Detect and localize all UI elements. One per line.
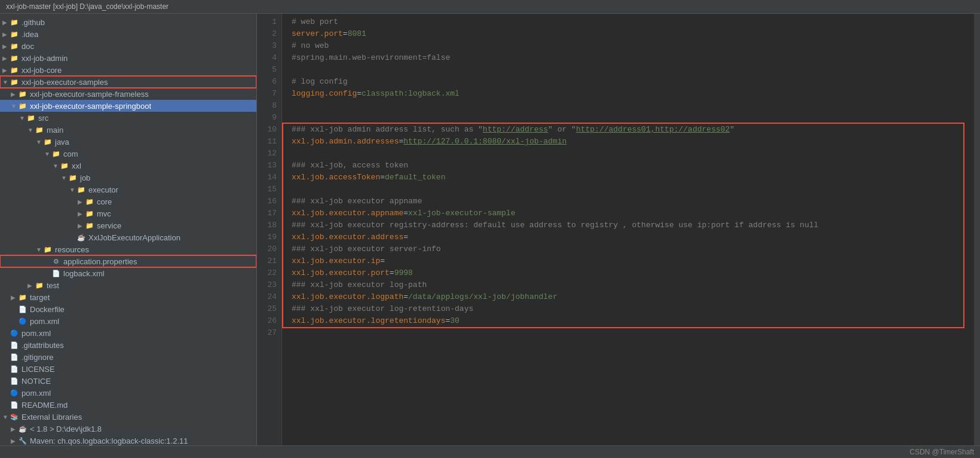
code-line-4: #spring.main.web-environment=false [292,52,974,64]
sidebar-item-LICENSE[interactable]: 📄LICENSE [0,363,256,375]
sidebar-label-github: .github [22,18,45,27]
arrow-xxl-job-executor-sample-springboot [11,103,18,109]
sidebar-item-gitattributes[interactable]: 📄.gitattributes [0,339,256,351]
sidebar-item-NOTICE[interactable]: 📄NOTICE [0,375,256,387]
sidebar-item-job[interactable]: 📁job [0,172,256,184]
sidebar-item-xxl-job-core[interactable]: 📁xxl-job-core [0,64,256,76]
sidebar[interactable]: 📁.github📁.idea📁doc📁xxl-job-admin📁xxl-job… [0,14,257,445]
line-number-17: 17 [257,207,277,219]
sidebar-item-xxl[interactable]: 📁xxl [0,160,256,172]
code-line-5 [292,64,974,76]
token: xxl.job.accessToken [292,172,380,184]
sidebar-item-pom.xml-inner[interactable]: 🔵pom.xml [0,315,256,327]
token: = [380,172,385,184]
line-number-12: 12 [257,148,277,160]
sidebar-item-Dockerfile[interactable]: 📄Dockerfile [0,303,256,315]
sidebar-item-mvc[interactable]: 📁mvc [0,207,256,219]
line-number-3: 3 [257,40,277,52]
arrow-com [44,151,51,157]
arrow-xxl [53,163,60,169]
sidebar-label-resources: resources [55,245,89,254]
sidebar-label-Dockerfile: Dockerfile [30,305,65,314]
sidebar-label-logback.xml: logback.xml [63,269,105,278]
line-number-5: 5 [257,64,277,76]
code-content[interactable]: # web portserver.port=8081# no web#sprin… [282,14,974,445]
token: = [380,255,385,267]
sidebar-label-core: core [97,197,112,206]
scrollbar-vertical[interactable] [974,14,980,445]
sidebar-item-pom-root[interactable]: 🔵pom.xml [0,387,256,399]
folder-icon: 📁 [35,125,44,135]
sidebar-item-gitignore[interactable]: 📄.gitignore [0,351,256,363]
sidebar-item-target[interactable]: 📁target [0,291,256,303]
sidebar-item-logback.xml[interactable]: 📄logback.xml [0,267,256,279]
folder-icon: 📁 [18,101,27,111]
pom-icon: 🔵 [10,388,19,398]
sidebar-item-idea[interactable]: 📁.idea [0,28,256,40]
folder-icon: 📁 [18,89,27,99]
token: xxl.job.executor.address [292,231,403,243]
sidebar-item-github[interactable]: 📁.github [0,16,256,28]
code-line-15 [292,184,974,196]
sidebar-item-service[interactable]: 📁service [0,219,256,231]
arrow-xxl-job-executor-sample-frameless [11,91,18,97]
token: ### xxl-job executor registry-address: d… [292,219,819,231]
sidebar-label-xxl-job-executor-sample-frameless: xxl-job-executor-sample-frameless [30,90,149,99]
line-number-22: 22 [257,267,277,279]
sidebar-item-pom.xml-outer[interactable]: 🔵pom.xml [0,327,256,339]
token: = [390,267,394,279]
file-icon: 📄 [10,400,19,410]
file-icon: 📄 [18,304,27,314]
token: ### xxl-job, access token [292,160,408,172]
sidebar-label-xxl-job-executor-sample-springboot: xxl-job-executor-sample-springboot [30,102,151,111]
arrow-xxl-job-executor-samples [2,79,10,86]
arrow-test [27,282,35,289]
sidebar-item-xxl-job-executor-sample-springboot[interactable]: 📁xxl-job-executor-sample-springboot [0,100,256,112]
sidebar-label-ExternalLibraries: External Libraries [22,413,82,422]
sidebar-item-src[interactable]: 📁src [0,112,256,124]
sidebar-label-xxl: xxl [72,161,81,170]
code-line-14: xxl.job.accessToken=default_token [292,172,974,184]
sidebar-item-application.properties[interactable]: ⚙application.properties [0,255,256,267]
line-number-15: 15 [257,184,277,196]
sidebar-item-README[interactable]: 📄README.md [0,399,256,411]
sidebar-item-test[interactable]: 📁test [0,279,256,291]
sidebar-item-maven-logback-classic[interactable]: 🔧Maven: ch.qos.logback:logback-classic:1… [0,435,256,445]
token: http://127.0.0.1:8080/xxl-job-admin [403,136,566,148]
token: xxl.job.executor.logpath [292,291,403,303]
code-line-24: xxl.job.executor.logpath=/data/applogs/x… [292,291,974,303]
file-icon: 📄 [10,352,19,362]
line-number-2: 2 [257,28,277,40]
sidebar-item-XxlJobExecutorApplication[interactable]: ☕XxlJobExecutorApplication [0,231,256,243]
folder-icon: 📁 [76,185,86,194]
sidebar-item-resources[interactable]: 📁resources [0,243,256,255]
file-icon: 📄 [10,364,19,374]
sidebar-item-xxl-job-admin[interactable]: 📁xxl-job-admin [0,52,256,64]
token: 30 [450,315,460,327]
bottom-text: CSDN @TimerShaft [909,448,974,456]
sidebar-item-core[interactable]: 📁core [0,196,256,207]
sidebar-item-xxl-job-executor-sample-frameless[interactable]: 📁xxl-job-executor-sample-frameless [0,88,256,100]
sidebar-label-gitattributes: .gitattributes [22,341,64,350]
sidebar-item-main[interactable]: 📁main [0,124,256,136]
token: =false [422,52,450,64]
sidebar-label-xxl-job-admin: xxl-job-admin [22,54,68,63]
token: xxl.job.executor.logretentiondays [292,315,445,327]
sidebar-item-jdk18[interactable]: ☕< 1.8 > D:\dev\jdk1.8 [0,423,256,435]
sidebar-item-com[interactable]: 📁com [0,148,256,160]
sidebar-item-doc[interactable]: 📁doc [0,40,256,52]
sidebar-item-java[interactable]: 📁java [0,136,256,148]
arrow-jdk18 [11,426,18,432]
folder-icon: 📁 [10,17,19,27]
arrow-xxl-job-core [2,67,10,74]
sidebar-item-xxl-job-executor-samples[interactable]: 📁xxl-job-executor-samples [0,76,256,88]
line-number-25: 25 [257,303,277,315]
sidebar-item-ExternalLibraries[interactable]: 📚External Libraries [0,411,256,423]
token: # no web [292,40,329,52]
folder-icon: 📁 [51,149,61,158]
code-line-16: ### xxl-job executor appname [292,196,974,207]
code-line-9 [292,112,974,124]
code-line-10: ### xxl-job admin address list, such as … [292,124,974,136]
sidebar-label-pom.xml-inner: pom.xml [30,317,59,326]
sidebar-item-executor[interactable]: 📁executor [0,184,256,196]
